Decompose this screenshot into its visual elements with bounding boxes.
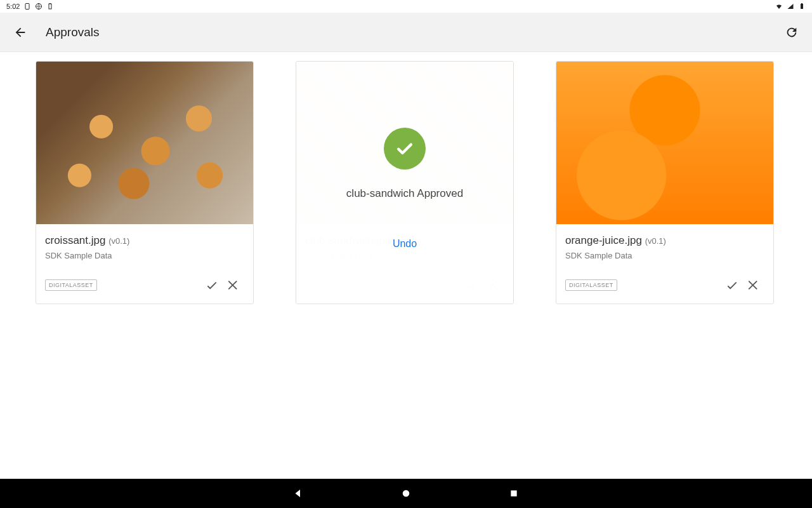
check-circle-icon: [384, 128, 426, 170]
status-time: 5:02: [6, 3, 20, 10]
nav-home-button[interactable]: [400, 487, 412, 500]
asset-card: club-sandwich.jpg (v0.1) SDK Sample Data…: [296, 61, 514, 304]
svg-point-6: [403, 490, 410, 497]
status-globe-icon: [35, 3, 43, 10]
android-nav-bar: [0, 479, 812, 508]
approve-button[interactable]: [721, 274, 743, 296]
asset-thumbnail[interactable]: [556, 62, 773, 224]
svg-rect-3: [49, 3, 51, 4]
svg-rect-2: [49, 4, 51, 9]
back-button[interactable]: [13, 25, 28, 40]
status-wifi-icon: [775, 3, 783, 10]
svg-rect-4: [801, 4, 803, 9]
svg-rect-0: [25, 4, 29, 10]
page-title: Approvals: [46, 25, 784, 39]
status-notification-icon: [23, 3, 31, 10]
approved-overlay: club-sandwich Approved Undo: [296, 62, 513, 304]
asset-filename: orange-juice.jpg (v0.1): [565, 234, 764, 247]
reject-button[interactable]: [743, 274, 764, 296]
svg-rect-5: [801, 3, 802, 4]
android-status-bar: 5:02: [0, 0, 812, 13]
asset-version: (v0.1): [645, 236, 666, 246]
card-grid: croissant.jpg (v0.1) SDK Sample Data DIG…: [0, 52, 812, 313]
nav-recent-button[interactable]: [508, 487, 520, 500]
approved-message: club-sandwich Approved: [346, 187, 463, 200]
svg-rect-7: [511, 490, 516, 496]
approve-button[interactable]: [201, 274, 223, 296]
nav-back-button[interactable]: [292, 487, 304, 500]
asset-version: (v0.1): [108, 236, 129, 246]
asset-card: orange-juice.jpg (v0.1) SDK Sample Data …: [556, 61, 774, 304]
status-battery-right-icon: [798, 3, 806, 10]
asset-card: croissant.jpg (v0.1) SDK Sample Data DIG…: [36, 61, 254, 304]
asset-tag: DIGITALASSET: [565, 279, 617, 291]
asset-subtitle: SDK Sample Data: [565, 251, 764, 260]
refresh-button[interactable]: [784, 25, 799, 40]
status-signal-icon: [787, 3, 794, 10]
asset-subtitle: SDK Sample Data: [45, 251, 244, 260]
asset-tag: DIGITALASSET: [45, 279, 97, 291]
status-battery-icon: [46, 3, 54, 10]
asset-thumbnail[interactable]: [36, 62, 253, 224]
reject-button[interactable]: [223, 274, 244, 296]
asset-filename: croissant.jpg (v0.1): [45, 234, 244, 247]
app-bar: Approvals: [0, 13, 812, 52]
undo-button[interactable]: Undo: [393, 238, 417, 250]
